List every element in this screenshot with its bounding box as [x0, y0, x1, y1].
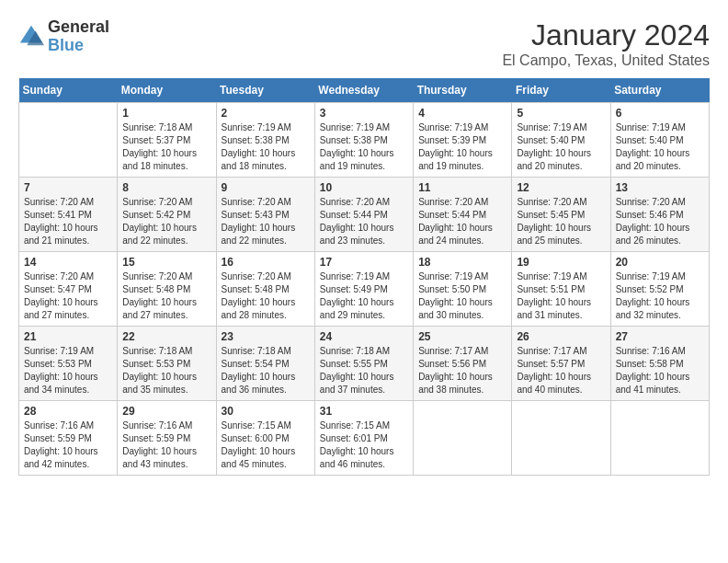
calendar-week-5: 28 Sunrise: 7:16 AMSunset: 5:59 PMDaylig…	[19, 401, 710, 476]
day-number: 4	[418, 107, 506, 120]
calendar-cell: 15 Sunrise: 7:20 AMSunset: 5:48 PMDaylig…	[118, 252, 216, 327]
calendar-cell: 27 Sunrise: 7:16 AMSunset: 5:58 PMDaylig…	[610, 327, 709, 401]
page-header: GeneralBlue January 2024 El Campo, Texas…	[18, 18, 710, 69]
logo-icon	[18, 24, 44, 50]
logo-text: GeneralBlue	[48, 18, 109, 55]
calendar-header: SundayMondayTuesdayWednesdayThursdayFrid…	[19, 78, 710, 103]
day-number: 11	[418, 181, 506, 194]
day-number: 29	[122, 405, 210, 418]
calendar-cell: 20 Sunrise: 7:19 AMSunset: 5:52 PMDaylig…	[610, 252, 709, 327]
day-detail: Sunrise: 7:18 AMSunset: 5:54 PMDaylight:…	[222, 346, 296, 395]
col-header-monday: Monday	[118, 78, 216, 103]
calendar-table: SundayMondayTuesdayWednesdayThursdayFrid…	[18, 78, 710, 476]
calendar-week-1: 1 Sunrise: 7:18 AMSunset: 5:37 PMDayligh…	[19, 103, 710, 178]
day-number: 15	[122, 256, 210, 269]
day-number: 20	[616, 256, 704, 269]
calendar-cell: 7 Sunrise: 7:20 AMSunset: 5:41 PMDayligh…	[19, 178, 118, 252]
day-detail: Sunrise: 7:20 AMSunset: 5:44 PMDaylight:…	[418, 197, 493, 246]
calendar-cell	[512, 401, 610, 476]
day-number: 26	[517, 330, 605, 343]
calendar-cell: 28 Sunrise: 7:16 AMSunset: 5:59 PMDaylig…	[19, 401, 118, 476]
day-number: 24	[320, 330, 408, 343]
day-number: 8	[122, 181, 210, 194]
calendar-cell: 14 Sunrise: 7:20 AMSunset: 5:47 PMDaylig…	[19, 252, 118, 327]
day-detail: Sunrise: 7:20 AMSunset: 5:44 PMDaylight:…	[320, 197, 394, 246]
day-number: 19	[517, 256, 605, 269]
day-number: 6	[616, 107, 704, 120]
day-detail: Sunrise: 7:15 AMSunset: 6:00 PMDaylight:…	[222, 420, 296, 469]
day-detail: Sunrise: 7:19 AMSunset: 5:53 PMDaylight:…	[24, 346, 98, 395]
calendar-cell: 6 Sunrise: 7:19 AMSunset: 5:40 PMDayligh…	[610, 103, 709, 178]
main-title: January 2024	[502, 18, 710, 52]
day-number: 13	[616, 181, 704, 194]
day-detail: Sunrise: 7:17 AMSunset: 5:56 PMDaylight:…	[418, 346, 493, 395]
day-detail: Sunrise: 7:19 AMSunset: 5:39 PMDaylight:…	[418, 122, 493, 171]
day-number: 25	[418, 330, 506, 343]
day-number: 1	[122, 107, 210, 120]
col-header-thursday: Thursday	[414, 78, 512, 103]
calendar-cell: 11 Sunrise: 7:20 AMSunset: 5:44 PMDaylig…	[414, 178, 512, 252]
day-detail: Sunrise: 7:19 AMSunset: 5:38 PMDaylight:…	[320, 122, 394, 171]
calendar-cell: 4 Sunrise: 7:19 AMSunset: 5:39 PMDayligh…	[414, 103, 512, 178]
col-header-sunday: Sunday	[19, 78, 118, 103]
calendar-cell: 18 Sunrise: 7:19 AMSunset: 5:50 PMDaylig…	[414, 252, 512, 327]
day-number: 10	[320, 181, 408, 194]
calendar-cell: 23 Sunrise: 7:18 AMSunset: 5:54 PMDaylig…	[216, 327, 314, 401]
day-number: 3	[320, 107, 408, 120]
day-detail: Sunrise: 7:20 AMSunset: 5:45 PMDaylight:…	[517, 197, 591, 246]
day-detail: Sunrise: 7:20 AMSunset: 5:48 PMDaylight:…	[122, 271, 197, 320]
day-number: 22	[122, 330, 210, 343]
calendar-cell: 26 Sunrise: 7:17 AMSunset: 5:57 PMDaylig…	[512, 327, 610, 401]
day-number: 28	[24, 405, 112, 418]
day-number: 9	[222, 181, 310, 194]
calendar-cell: 17 Sunrise: 7:19 AMSunset: 5:49 PMDaylig…	[314, 252, 413, 327]
day-detail: Sunrise: 7:16 AMSunset: 5:58 PMDaylight:…	[616, 346, 690, 395]
day-detail: Sunrise: 7:20 AMSunset: 5:46 PMDaylight:…	[616, 197, 690, 246]
day-number: 30	[222, 405, 310, 418]
day-number: 17	[320, 256, 408, 269]
day-detail: Sunrise: 7:18 AMSunset: 5:37 PMDaylight:…	[122, 122, 197, 171]
calendar-cell: 13 Sunrise: 7:20 AMSunset: 5:46 PMDaylig…	[610, 178, 709, 252]
day-detail: Sunrise: 7:20 AMSunset: 5:47 PMDaylight:…	[24, 271, 98, 320]
day-number: 2	[222, 107, 310, 120]
col-header-saturday: Saturday	[610, 78, 709, 103]
calendar-cell: 21 Sunrise: 7:19 AMSunset: 5:53 PMDaylig…	[19, 327, 118, 401]
calendar-cell: 19 Sunrise: 7:19 AMSunset: 5:51 PMDaylig…	[512, 252, 610, 327]
calendar-week-4: 21 Sunrise: 7:19 AMSunset: 5:53 PMDaylig…	[19, 327, 710, 401]
calendar-cell: 22 Sunrise: 7:18 AMSunset: 5:53 PMDaylig…	[118, 327, 216, 401]
calendar-cell: 31 Sunrise: 7:15 AMSunset: 6:01 PMDaylig…	[314, 401, 413, 476]
col-header-wednesday: Wednesday	[314, 78, 413, 103]
day-detail: Sunrise: 7:19 AMSunset: 5:49 PMDaylight:…	[320, 271, 394, 320]
calendar-cell: 9 Sunrise: 7:20 AMSunset: 5:43 PMDayligh…	[216, 178, 314, 252]
day-detail: Sunrise: 7:20 AMSunset: 5:41 PMDaylight:…	[24, 197, 98, 246]
day-detail: Sunrise: 7:18 AMSunset: 5:55 PMDaylight:…	[320, 346, 394, 395]
logo: GeneralBlue	[18, 18, 109, 55]
calendar-cell: 12 Sunrise: 7:20 AMSunset: 5:45 PMDaylig…	[512, 178, 610, 252]
day-number: 14	[24, 256, 112, 269]
day-number: 27	[616, 330, 704, 343]
day-number: 7	[24, 181, 112, 194]
calendar-cell: 16 Sunrise: 7:20 AMSunset: 5:48 PMDaylig…	[216, 252, 314, 327]
calendar-cell: 29 Sunrise: 7:16 AMSunset: 5:59 PMDaylig…	[118, 401, 216, 476]
day-number: 16	[222, 256, 310, 269]
subtitle: El Campo, Texas, United States	[502, 52, 710, 69]
day-number: 21	[24, 330, 112, 343]
day-detail: Sunrise: 7:20 AMSunset: 5:43 PMDaylight:…	[222, 197, 296, 246]
calendar-cell: 25 Sunrise: 7:17 AMSunset: 5:56 PMDaylig…	[414, 327, 512, 401]
calendar-cell: 8 Sunrise: 7:20 AMSunset: 5:42 PMDayligh…	[118, 178, 216, 252]
day-detail: Sunrise: 7:19 AMSunset: 5:38 PMDaylight:…	[222, 122, 296, 171]
col-header-friday: Friday	[512, 78, 610, 103]
calendar-cell: 3 Sunrise: 7:19 AMSunset: 5:38 PMDayligh…	[314, 103, 413, 178]
day-detail: Sunrise: 7:18 AMSunset: 5:53 PMDaylight:…	[122, 346, 197, 395]
day-detail: Sunrise: 7:16 AMSunset: 5:59 PMDaylight:…	[122, 420, 197, 469]
calendar-cell: 2 Sunrise: 7:19 AMSunset: 5:38 PMDayligh…	[216, 103, 314, 178]
day-detail: Sunrise: 7:19 AMSunset: 5:40 PMDaylight:…	[616, 122, 690, 171]
day-detail: Sunrise: 7:20 AMSunset: 5:48 PMDaylight:…	[222, 271, 296, 320]
calendar-week-2: 7 Sunrise: 7:20 AMSunset: 5:41 PMDayligh…	[19, 178, 710, 252]
day-number: 12	[517, 181, 605, 194]
day-detail: Sunrise: 7:19 AMSunset: 5:50 PMDaylight:…	[418, 271, 493, 320]
day-number: 5	[517, 107, 605, 120]
calendar-cell	[19, 103, 118, 178]
day-number: 18	[418, 256, 506, 269]
day-detail: Sunrise: 7:19 AMSunset: 5:52 PMDaylight:…	[616, 271, 690, 320]
